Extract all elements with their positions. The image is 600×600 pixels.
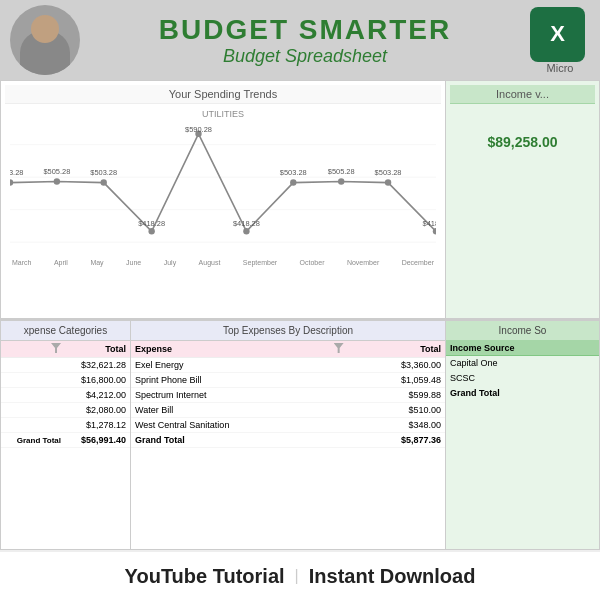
svg-text:$418.28: $418.28 <box>138 219 165 228</box>
list-item: SCSC <box>446 371 599 386</box>
svg-point-5 <box>54 178 60 185</box>
svg-point-12 <box>385 179 391 186</box>
table-row: $4,212.00 <box>1 388 130 403</box>
svg-point-4 <box>10 179 13 186</box>
expense-col-filter[interactable] <box>322 341 356 358</box>
income-source-panel: Income So Income Source Capital One SCSC <box>445 320 600 550</box>
chart-area: UTILITIES <box>5 104 441 294</box>
income-source-col-header: Income Source <box>446 341 599 356</box>
table-row: Water Bill $510.00 <box>131 403 445 418</box>
excel-icon: X <box>530 7 585 62</box>
svg-text:$418.28: $418.28 <box>423 219 436 228</box>
svg-text:$418.28: $418.28 <box>233 219 260 228</box>
filter-icon <box>51 343 61 353</box>
svg-text:$505.28: $505.28 <box>43 167 70 176</box>
income-v-value: $89,258.00 <box>450 134 595 150</box>
expense-cat-col-total: Total <box>65 341 130 358</box>
svg-point-6 <box>101 179 107 186</box>
svg-text:$503.28: $503.28 <box>90 168 117 177</box>
top-expenses-title: Top Expenses By Description <box>131 321 445 341</box>
income-source-panel-title: Income So <box>446 321 599 341</box>
table-row: West Central Sanitation $348.00 <box>131 418 445 433</box>
brand-title: BUDGET SMARTER <box>80 14 530 46</box>
grand-total-row: Grand Total $56,991.40 <box>1 433 130 448</box>
expense-col-total: Total <box>355 341 445 358</box>
chart-category-label: UTILITIES <box>10 109 436 119</box>
filter-icon <box>334 343 344 353</box>
table-row: $16,800.00 <box>1 373 130 388</box>
svg-text:$590.28: $590.28 <box>185 125 212 134</box>
svg-text:$503.28: $503.28 <box>375 168 402 177</box>
svg-text:$503.28: $503.28 <box>280 168 307 177</box>
svg-point-9 <box>243 228 249 235</box>
table-row: Exel Energy $3,360.00 <box>131 358 445 373</box>
top-expenses-panel: Top Expenses By Description Expense Tota… <box>130 320 445 550</box>
svg-text:$505.28: $505.28 <box>328 167 355 176</box>
spending-trends-panel: Your Spending Trends UTILITIES <box>0 80 445 319</box>
footer-section: YouTube Tutorial | Instant Download <box>0 550 600 600</box>
footer-divider: | <box>295 567 299 585</box>
avatar-head <box>31 15 59 43</box>
header-title: BUDGET SMARTER Budget Spreadsheet <box>80 14 530 67</box>
income-v-panel: Income v... $89,258.00 <box>445 80 600 319</box>
expense-categories-panel: xpense Categories Total $32,621.28 <box>0 320 130 550</box>
expense-cat-title: xpense Categories <box>1 321 130 341</box>
top-expenses-table: Expense Total Exel Energy $3,360.00 <box>131 341 445 448</box>
top-section: Your Spending Trends UTILITIES <box>0 80 600 320</box>
svg-point-7 <box>148 228 154 235</box>
month-labels: March April May June July August Septemb… <box>10 259 436 266</box>
brand-subtitle: Budget Spreadsheet <box>80 46 530 67</box>
grand-total-row: Grand Total $5,877.36 <box>131 433 445 448</box>
table-row: Sprint Phone Bill $1,059.48 <box>131 373 445 388</box>
header-section: BUDGET SMARTER Budget Spreadsheet X Micr… <box>0 0 600 80</box>
bottom-section: xpense Categories Total $32,621.28 <box>0 320 600 550</box>
table-row: $1,278.12 <box>1 418 130 433</box>
grand-total-row: Grand Total <box>446 386 599 401</box>
expense-cat-table: Total $32,621.28 $16,800.00 $4,212.00 <box>1 341 130 448</box>
income-source-table: Income Source Capital One SCSC Grand Tot… <box>446 341 599 401</box>
expense-col-name: Expense <box>131 341 322 358</box>
footer-youtube: YouTube Tutorial <box>125 565 285 588</box>
line-chart: $503.28 $505.28 $503.28 $418.28 $590.28 … <box>10 123 436 253</box>
footer-instant: Instant Download <box>309 565 476 588</box>
spending-title: Your Spending Trends <box>5 85 441 104</box>
microsoft-label: Micro <box>547 62 574 74</box>
svg-text:$503.28: $503.28 <box>10 168 23 177</box>
main-content: Your Spending Trends UTILITIES <box>0 80 600 600</box>
expense-cat-col-filter[interactable] <box>1 341 65 358</box>
income-v-title: Income v... <box>450 85 595 104</box>
svg-point-11 <box>338 178 344 185</box>
table-row: $32,621.28 <box>1 358 130 373</box>
list-item: Capital One <box>446 356 599 371</box>
table-row: Spectrum Internet $599.88 <box>131 388 445 403</box>
table-row: $2,080.00 <box>1 403 130 418</box>
svg-point-10 <box>290 179 296 186</box>
